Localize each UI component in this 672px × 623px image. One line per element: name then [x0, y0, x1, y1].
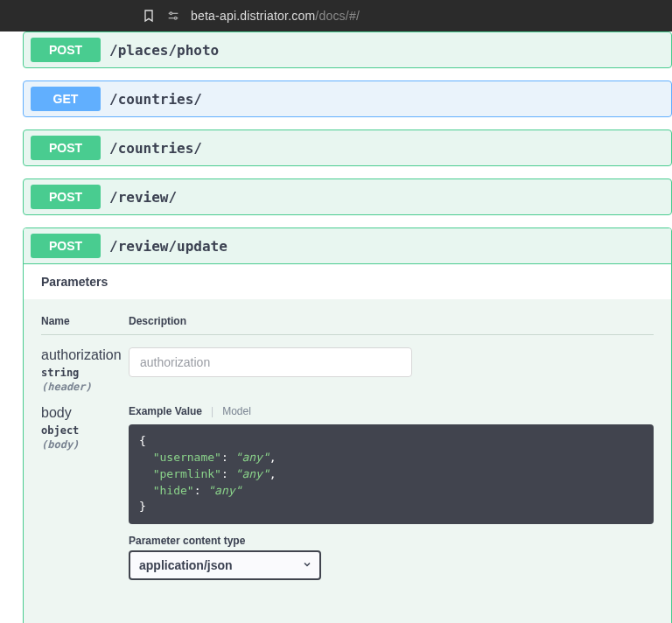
endpoint-places-photo[interactable]: POST /places/photo: [23, 32, 672, 68]
parameters-body: Name Description authorization string (h…: [24, 299, 671, 623]
endpoint-review-update-header[interactable]: POST /review/update: [24, 228, 671, 264]
endpoint-path: /places/photo: [109, 42, 219, 59]
endpoint-review[interactable]: POST /review/: [23, 178, 672, 215]
example-tabs: Example Value | Model: [129, 405, 654, 417]
browser-url[interactable]: beta-api.distriator.com/docs/#/: [191, 9, 360, 23]
tab-separator: |: [211, 405, 214, 417]
bookmark-icon[interactable]: [142, 9, 156, 23]
param-row-authorization: authorization string (header): [41, 335, 654, 393]
param-name: body: [41, 405, 129, 421]
authorization-input[interactable]: [129, 347, 412, 377]
param-type: string: [41, 367, 129, 379]
tab-example-value[interactable]: Example Value: [129, 405, 202, 417]
browser-address-bar: beta-api.distriator.com/docs/#/: [0, 0, 672, 32]
column-name: Name: [41, 315, 129, 327]
endpoint-path: /review/update: [109, 238, 228, 255]
column-description: Description: [129, 315, 654, 327]
method-badge: POST: [31, 38, 101, 62]
url-path: /docs/#/: [315, 9, 360, 23]
method-badge: POST: [31, 185, 101, 209]
site-settings-icon[interactable]: [166, 9, 180, 23]
parameters-heading: Parameters: [24, 264, 671, 299]
svg-point-0: [170, 12, 172, 15]
url-host: beta-api.distriator.com: [191, 9, 315, 23]
tab-model[interactable]: Model: [222, 405, 251, 417]
endpoint-countries-get[interactable]: GET /countries/: [23, 80, 672, 117]
param-location: (header): [41, 381, 129, 393]
endpoint-path: /countries/: [109, 91, 202, 108]
parameters-columns: Name Description: [41, 315, 654, 335]
svg-point-1: [174, 17, 177, 19]
endpoint-path: /review/: [109, 189, 177, 206]
param-name: authorization: [41, 347, 129, 363]
method-badge: POST: [31, 136, 101, 160]
example-json-block[interactable]: { "username": "any", "permlink": "any", …: [129, 424, 654, 524]
param-row-body: body object (body) Example Value | Model…: [41, 393, 654, 580]
endpoint-countries-post[interactable]: POST /countries/: [23, 130, 672, 166]
content-type-select[interactable]: application/json: [129, 550, 321, 580]
method-badge: POST: [31, 234, 101, 258]
param-type: object: [41, 424, 129, 437]
endpoint-path: /countries/: [109, 140, 202, 157]
endpoint-review-update-expanded: POST /review/update Parameters Name Desc…: [23, 228, 672, 623]
content-type-label: Parameter content type: [129, 535, 654, 547]
param-location: (body): [41, 438, 129, 451]
method-badge: GET: [31, 87, 101, 111]
